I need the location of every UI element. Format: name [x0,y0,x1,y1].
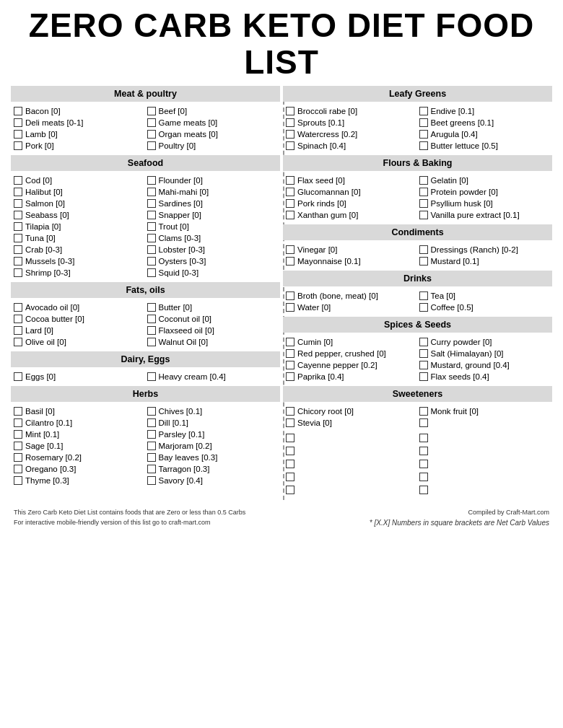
checkbox[interactable] [147,211,156,219]
checkbox[interactable] [286,199,294,208]
checkbox[interactable] [419,199,428,208]
checkbox[interactable] [14,326,22,335]
checkbox[interactable] [147,130,156,139]
checkbox[interactable] [14,268,22,277]
checkbox[interactable] [286,118,294,127]
checkbox[interactable] [419,130,428,139]
checkbox[interactable] [147,315,156,323]
checkbox[interactable] [14,257,22,266]
checkbox[interactable] [14,442,22,450]
checkbox[interactable] [147,303,156,312]
checkbox[interactable] [147,326,156,335]
checkbox[interactable] [147,222,156,231]
checkbox[interactable] [147,141,156,150]
checkbox[interactable] [14,107,22,115]
checkbox[interactable] [147,430,156,439]
checkbox[interactable] [14,372,22,381]
list-item: Coconut oil [0] [147,313,278,324]
empty-checkbox[interactable] [419,447,428,455]
checkbox[interactable] [286,418,294,427]
checkbox[interactable] [286,291,294,300]
checkbox[interactable] [14,338,22,346]
checkbox[interactable] [286,303,294,312]
checkbox[interactable] [419,361,428,369]
checkbox[interactable] [147,465,156,473]
checkbox[interactable] [419,257,428,266]
checkbox[interactable] [147,234,156,242]
checkbox[interactable] [147,418,156,427]
empty-checkbox[interactable] [286,460,294,468]
empty-checkbox[interactable] [286,434,294,442]
checkbox[interactable] [286,107,294,115]
checkbox[interactable] [419,107,428,115]
checkbox[interactable] [14,188,22,196]
checkbox[interactable] [147,372,156,381]
empty-checkbox[interactable] [286,447,294,455]
checkbox[interactable] [286,372,294,381]
empty-checkbox[interactable] [419,460,428,468]
checkbox[interactable] [147,442,156,450]
checkbox[interactable] [147,453,156,462]
checkbox[interactable] [14,141,22,150]
checkbox[interactable] [286,176,294,185]
empty-checkbox[interactable] [286,486,294,494]
checkbox[interactable] [14,430,22,439]
checkbox[interactable] [286,361,294,369]
checkbox[interactable] [14,211,22,219]
empty-checkbox[interactable] [419,434,428,442]
checkbox[interactable] [14,130,22,139]
checkbox[interactable] [419,303,428,312]
checkbox[interactable] [419,245,428,254]
checkbox[interactable] [419,407,428,416]
checkbox[interactable] [286,407,294,416]
checkbox[interactable] [147,118,156,127]
checkbox[interactable] [419,338,428,346]
checkbox[interactable] [419,372,428,381]
checkbox[interactable] [14,199,22,208]
checkbox[interactable] [286,211,294,219]
checkbox[interactable] [286,245,294,254]
checkbox[interactable] [147,176,156,185]
checkbox[interactable] [14,303,22,312]
checkbox[interactable] [14,234,22,242]
checkbox[interactable] [147,188,156,196]
checkbox[interactable] [419,188,428,196]
checkbox[interactable] [419,349,428,358]
checkbox[interactable] [14,453,22,462]
checkbox[interactable] [14,315,22,323]
item-label: Tea [0] [431,291,456,300]
checkbox[interactable] [286,130,294,139]
checkbox[interactable] [419,118,428,127]
checkbox[interactable] [286,338,294,346]
checkbox[interactable] [419,418,428,427]
checkbox[interactable] [147,338,156,346]
checkbox[interactable] [14,118,22,127]
checkbox[interactable] [14,245,22,254]
checkbox[interactable] [14,222,22,231]
checkbox[interactable] [419,176,428,185]
checkbox[interactable] [419,211,428,219]
checkbox[interactable] [286,141,294,150]
checkbox[interactable] [286,188,294,196]
checkbox[interactable] [286,349,294,358]
checkbox[interactable] [147,268,156,277]
checkbox[interactable] [14,418,22,427]
checkbox[interactable] [14,407,22,416]
checkbox[interactable] [419,291,428,300]
checkbox[interactable] [147,407,156,416]
checkbox[interactable] [419,141,428,150]
empty-checkbox[interactable] [286,473,294,481]
checkbox[interactable] [14,176,22,185]
checkbox[interactable] [14,465,22,473]
checkbox[interactable] [14,476,22,485]
checkbox[interactable] [147,199,156,208]
empty-checkbox[interactable] [419,473,428,481]
list-item: Seabass [0] [14,209,144,220]
checkbox[interactable] [147,107,156,115]
checkbox[interactable] [147,257,156,266]
list-item: Protein powder [0] [419,186,550,197]
checkbox[interactable] [286,257,294,266]
empty-checkbox[interactable] [419,486,428,494]
checkbox[interactable] [147,245,156,254]
checkbox[interactable] [147,476,156,485]
